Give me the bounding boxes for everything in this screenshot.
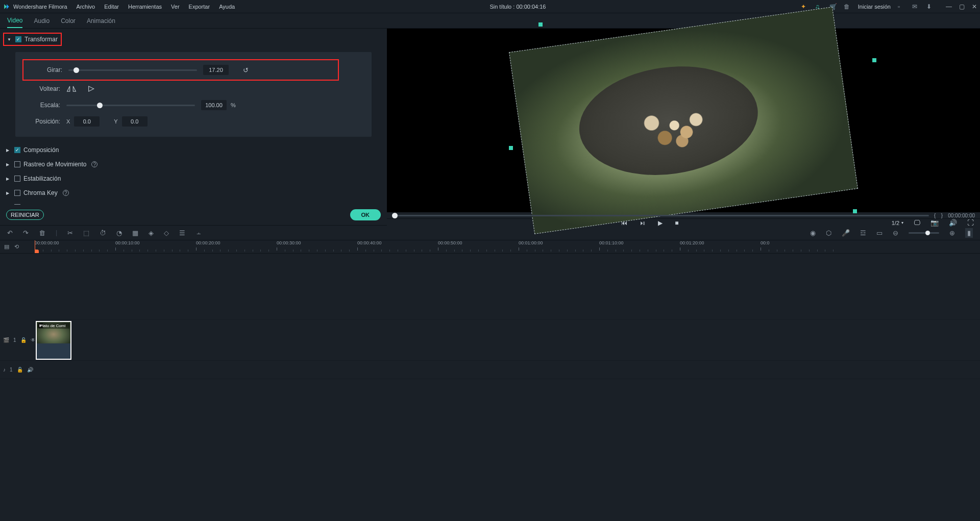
section-transform[interactable]: ▼ ✓ Transformar	[4, 34, 61, 45]
ok-button[interactable]: OK	[350, 209, 381, 220]
chevron-right-icon: ▶	[6, 177, 11, 181]
display-icon[interactable]: 🖵	[914, 219, 920, 227]
track-area[interactable]: ▶ Plato de Comi	[35, 254, 980, 520]
close-icon[interactable]: ✕	[972, 3, 977, 10]
track-headers: 🎬1 🔓 👁 ♪1 🔓 🔊	[0, 254, 35, 520]
rotate-value[interactable]: 17.20	[203, 65, 229, 75]
info-icon[interactable]: ?	[91, 161, 97, 167]
transform-checkbox[interactable]: ✓	[15, 36, 21, 42]
lock-icon[interactable]: 🔓	[17, 367, 23, 373]
pos-x-value[interactable]: 0.0	[74, 116, 100, 127]
mute-icon[interactable]: 🔊	[27, 367, 33, 373]
menu-export[interactable]: Exportar	[189, 4, 210, 10]
mark-out-icon[interactable]: }	[941, 212, 943, 218]
greenscreen-icon[interactable]: ▦	[132, 229, 138, 237]
mask-icon[interactable]: ◇	[164, 229, 169, 237]
snap-icon[interactable]: ▭	[876, 229, 883, 237]
project-title: Sin título : 00:00:04:16	[235, 4, 801, 10]
section-compositing[interactable]: ▶ ✓ Composición	[5, 143, 382, 157]
zoom-fit-icon[interactable]: ▮	[965, 228, 973, 238]
render-icon[interactable]: ◉	[810, 229, 816, 237]
menu-help[interactable]: Ayuda	[219, 4, 235, 10]
tab-audio[interactable]: Audio	[34, 14, 50, 28]
compositing-checkbox[interactable]: ✓	[14, 147, 20, 153]
save-icon[interactable]: ▫	[898, 3, 905, 10]
preview-clip[interactable]	[509, 7, 858, 234]
ruler-tick: 00:01:10:00	[599, 240, 624, 245]
mixer-icon[interactable]: ☲	[860, 229, 866, 237]
pos-y-value[interactable]: 0.0	[122, 116, 148, 127]
section-chroma[interactable]: ▶ Chroma Key ?	[5, 186, 382, 200]
cut-icon[interactable]: ✂	[67, 229, 73, 237]
zoom-in-icon[interactable]: ⊕	[949, 229, 955, 237]
color-icon[interactable]: ◔	[116, 229, 122, 237]
video-track-header[interactable]: 🎬1 🔓 👁	[0, 320, 35, 361]
download-icon[interactable]: ⬇	[926, 3, 934, 10]
keyframe-icon[interactable]: ◈	[149, 229, 154, 237]
flip-vertical-icon[interactable]	[88, 84, 99, 93]
zoom-slider[interactable]	[909, 232, 939, 234]
tips-icon[interactable]: ✦	[801, 3, 808, 10]
app-logo-icon	[3, 3, 10, 10]
panel-footer: REINICIAR OK	[0, 205, 387, 225]
scale-value[interactable]: 100.00	[201, 100, 227, 110]
clip-label: Plato de Comi	[39, 323, 69, 329]
speed-icon[interactable]: ⏱	[100, 229, 106, 237]
maximize-icon[interactable]: ▢	[959, 3, 965, 10]
compositing-label: Composición	[23, 146, 59, 154]
trash-icon[interactable]: 🗑	[844, 3, 851, 10]
crop-icon[interactable]: ⬚	[83, 229, 89, 237]
undo-icon[interactable]: ↶	[7, 229, 13, 237]
rotate-row: Girar: 17.20 ↺	[24, 62, 337, 78]
fullscreen-icon[interactable]: ⛶	[967, 219, 974, 227]
chroma-checkbox[interactable]	[14, 190, 20, 196]
audio-sync-icon[interactable]: ⫠	[195, 229, 202, 237]
preview-page[interactable]: 1/2 ▾	[892, 220, 903, 226]
ruler-track[interactable]: 00:00:00:0000:00:10:0000:00:20:0000:00:3…	[35, 240, 980, 253]
timeline-clip[interactable]: ▶ Plato de Comi	[36, 321, 71, 360]
minimize-icon[interactable]: —	[946, 3, 952, 10]
stop-icon[interactable]: ■	[675, 219, 678, 227]
mail-icon[interactable]: ✉	[912, 3, 919, 10]
track-manage-icon[interactable]: ▤	[4, 243, 9, 250]
preview-viewport[interactable]	[387, 29, 980, 212]
transform-handle[interactable]	[853, 209, 857, 213]
playhead[interactable]	[35, 240, 35, 253]
mic-icon[interactable]: 🎤	[842, 229, 850, 237]
login-link[interactable]: Iniciar sesión	[858, 4, 891, 10]
transform-handle[interactable]	[538, 22, 543, 27]
rotate-reset-icon[interactable]: ↺	[243, 66, 249, 74]
lock-icon[interactable]: 🔓	[20, 337, 27, 343]
adjust-icon[interactable]: ☰	[179, 229, 185, 237]
volume-icon[interactable]: 🔊	[949, 219, 957, 227]
snapshot-icon[interactable]: 📷	[930, 219, 939, 227]
motion-tracking-checkbox[interactable]	[14, 161, 20, 167]
transform-handle[interactable]	[509, 146, 513, 150]
marker-icon[interactable]: ⬡	[826, 229, 831, 237]
stabilization-checkbox[interactable]	[14, 176, 20, 182]
zoom-out-icon[interactable]: ⊖	[893, 229, 898, 237]
menu-tools[interactable]: Herramientas	[128, 4, 162, 10]
tab-color[interactable]: Color	[61, 14, 76, 28]
link-icon[interactable]: ⟲	[14, 243, 19, 250]
play-icon[interactable]: ▶	[658, 219, 663, 227]
play-pause-icon[interactable]: ⏯	[640, 219, 646, 227]
menu-edit[interactable]: Editar	[104, 4, 119, 10]
scale-slider[interactable]	[66, 105, 195, 106]
redo-icon[interactable]: ↷	[23, 229, 29, 237]
menu-file[interactable]: Archivo	[77, 4, 95, 10]
flip-horizontal-icon[interactable]	[66, 84, 78, 93]
menu-view[interactable]: Ver	[171, 4, 180, 10]
transform-handle[interactable]	[872, 58, 876, 62]
audio-track-header[interactable]: ♪1 🔓 🔊	[0, 361, 35, 379]
tab-animation[interactable]: Animación	[87, 14, 115, 28]
rotate-slider[interactable]	[68, 69, 197, 71]
mark-in-icon[interactable]: {	[934, 212, 936, 218]
reset-button[interactable]: REINICIAR	[6, 210, 44, 220]
info-icon[interactable]: ?	[63, 190, 69, 196]
tab-video[interactable]: Video	[7, 14, 22, 28]
section-motion-tracking[interactable]: ▶ Rastreo de Movimiento ?	[5, 157, 382, 171]
delete-icon[interactable]: 🗑	[39, 229, 45, 237]
scrubber-track[interactable]	[392, 215, 929, 216]
section-stabilization[interactable]: ▶ Estabilización	[5, 171, 382, 186]
